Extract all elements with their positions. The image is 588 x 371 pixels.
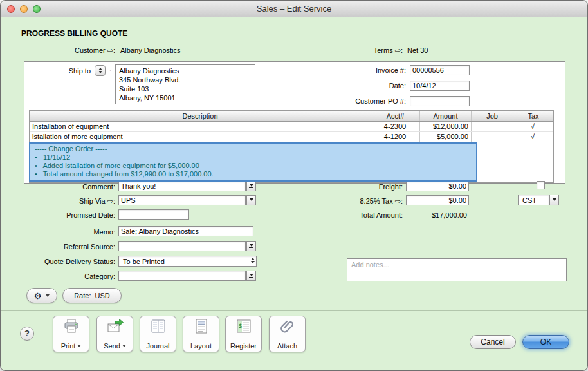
comment-field[interactable] — [118, 181, 246, 191]
dropdown-caret-icon — [46, 294, 50, 297]
cell-tax[interactable]: √ — [513, 133, 553, 140]
journal-button-label: Journal — [146, 342, 169, 350]
gear-icon: ⚙ — [34, 291, 42, 301]
dropdown-bar-icon — [249, 277, 253, 278]
form-title: PROGRESS BILLING QUOTE — [21, 29, 127, 38]
freight-field[interactable] — [406, 181, 469, 191]
ship-via-label[interactable]: Ship Via ⇨: — [52, 197, 115, 205]
memo-field[interactable] — [118, 226, 253, 236]
stepper-down-icon — [98, 71, 102, 73]
page-layout-icon — [192, 318, 210, 336]
ok-button[interactable]: OK — [522, 335, 569, 349]
dropdown-caret-icon — [77, 345, 81, 347]
tax-inclusive-checkbox[interactable] — [537, 181, 545, 189]
column-header-acct: Acct# — [371, 111, 419, 121]
dropdown-bar-icon — [249, 247, 253, 248]
cell-acct[interactable]: 4-2300 — [371, 122, 419, 130]
change-order-line: • 11/15/12 — [35, 153, 472, 162]
help-button[interactable]: ? — [20, 327, 34, 341]
dropdown-arrow-icon — [553, 198, 556, 201]
dropdown-arrow-icon — [250, 198, 253, 201]
window-titlebar: Sales – Edit Service — [1, 1, 587, 17]
paperclip-icon — [279, 318, 297, 336]
notes-textarea[interactable] — [347, 258, 567, 281]
svg-text:$: $ — [239, 323, 242, 329]
referral-source-dropdown-button[interactable] — [246, 241, 256, 251]
dropdown-bar-icon — [552, 202, 556, 202]
column-header-description: Description — [30, 111, 371, 121]
column-header-tax: Tax — [513, 111, 553, 121]
customer-value: Albany Diagnostics — [120, 46, 181, 54]
table-row[interactable]: istallation of more equipment 4-1200 $5,… — [30, 132, 553, 142]
freight-label: Freight: — [326, 183, 403, 191]
referral-source-field[interactable] — [118, 241, 246, 251]
quote-delivery-status-value: To be Printed — [123, 258, 165, 265]
cell-tax[interactable]: √ — [513, 122, 553, 130]
settings-gear-button[interactable]: ⚙ — [26, 288, 57, 303]
journal-button[interactable]: Journal — [140, 316, 176, 352]
customer-label[interactable]: Customer ⇨: — [49, 46, 115, 55]
sales-edit-service-window: Sales – Edit Service PROGRESS BILLING QU… — [0, 0, 588, 371]
window-title: Sales – Edit Service — [1, 4, 587, 14]
tax-code-value: CST — [522, 196, 537, 204]
register-button[interactable]: $ Register — [225, 316, 262, 352]
change-order-tooltip: ----- Change Order ----- • 11/15/12 • Ad… — [29, 142, 477, 182]
attach-button-label: Attach — [277, 342, 297, 350]
journal-icon — [149, 318, 167, 336]
send-mail-icon — [106, 318, 124, 336]
tax-amount-field[interactable] — [406, 195, 469, 205]
cell-acct[interactable]: 4-1200 — [371, 133, 419, 140]
customer-po-field[interactable] — [410, 96, 470, 106]
promised-date-label: Promised Date: — [39, 211, 115, 219]
dropdown-arrow-icon — [250, 244, 253, 247]
terms-label[interactable]: Terms ⇨: — [351, 46, 403, 55]
column-header-job: Job — [471, 111, 513, 121]
date-field[interactable] — [410, 81, 470, 91]
ship-to-address[interactable]: Albany Diagnostics 345 Northway Blvd. Su… — [115, 64, 255, 104]
promised-date-field[interactable] — [118, 209, 189, 220]
print-button[interactable]: Print — [53, 316, 89, 352]
invoice-number-label: Invoice #: — [335, 66, 406, 74]
ship-to-label: Ship to — [46, 67, 91, 75]
referral-source-label: Referral Source: — [26, 243, 115, 251]
cancel-button[interactable]: Cancel — [470, 335, 516, 349]
ship-to-stepper[interactable] — [95, 65, 106, 76]
change-order-line: • Total amount changed from $12,990.00 t… — [35, 170, 472, 178]
rate-label: Rate: USD — [74, 292, 110, 300]
register-button-label: Register — [230, 342, 257, 350]
customer-po-label: Customer PO #: — [335, 97, 406, 105]
register-icon: $ — [235, 318, 253, 336]
column-header-amount: Amount — [419, 111, 471, 121]
layout-button[interactable]: Layout — [183, 316, 219, 352]
cell-description[interactable]: istallation of more equipment — [32, 133, 368, 140]
tax-code-dropdown-button[interactable] — [549, 195, 559, 205]
cell-description[interactable]: Installation of equipment — [32, 122, 368, 130]
layout-button-label: Layout — [190, 342, 212, 350]
ship-via-field[interactable] — [118, 195, 246, 205]
attach-button[interactable]: Attach — [269, 316, 306, 352]
dropdown-arrow-icon — [250, 274, 253, 276]
invoice-number-field[interactable] — [410, 65, 470, 75]
tax-label[interactable]: 8.25% Tax ⇨: — [326, 197, 403, 205]
total-amount-label: Total Amount: — [326, 211, 403, 219]
rate-currency-button[interactable]: Rate: USD — [62, 288, 122, 303]
comment-dropdown-button[interactable] — [246, 181, 256, 191]
footer-divider — [1, 310, 588, 311]
quote-delivery-status-combo[interactable]: To be Printed — [118, 256, 257, 267]
change-order-line: • Added istallation of more equipment fo… — [35, 162, 472, 170]
tax-code-combo[interactable]: CST — [518, 195, 549, 205]
category-field[interactable] — [118, 271, 246, 281]
cell-amount[interactable]: $12,000.00 — [419, 122, 468, 130]
send-button[interactable]: Send — [96, 316, 133, 352]
stepper-up-icon — [98, 68, 102, 70]
dropdown-bar-icon — [249, 202, 253, 202]
category-dropdown-button[interactable] — [246, 271, 256, 281]
table-row[interactable]: Installation of equipment 4-2300 $12,000… — [30, 122, 553, 132]
dropdown-bar-icon — [249, 187, 253, 188]
total-amount-value: $17,000.00 — [406, 211, 467, 219]
comment-label: Comment: — [52, 183, 115, 191]
cell-amount[interactable]: $5,000.00 — [419, 133, 468, 140]
send-button-label: Send — [104, 342, 120, 350]
memo-label: Memo: — [52, 228, 115, 236]
ship-via-dropdown-button[interactable] — [246, 195, 256, 205]
